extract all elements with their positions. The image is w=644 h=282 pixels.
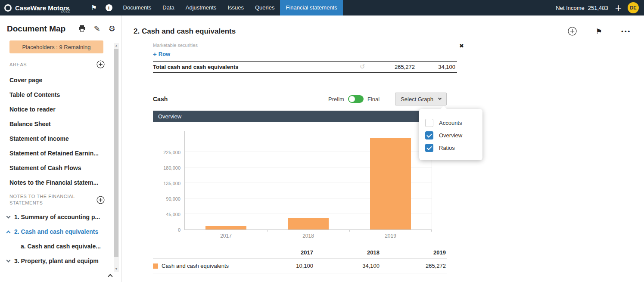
note-item-cash-equivalents[interactable]: 2. Cash and cash equivalents <box>0 224 121 239</box>
x-axis-labels: 2017 2018 2019 <box>185 233 432 239</box>
sidebar-item-notice-to-reader[interactable]: Notice to reader <box>0 102 121 117</box>
select-graph-button[interactable]: Select Graph <box>395 93 447 105</box>
collapse-sidebar-icon[interactable] <box>109 272 112 280</box>
more-options-icon[interactable]: ••• <box>621 27 631 36</box>
close-icon[interactable]: ✖ <box>459 43 464 49</box>
note-item-label: 3. Property, plant and equipm <box>14 257 99 264</box>
chart-panel-title: Overview <box>158 113 181 120</box>
placeholders-badge[interactable]: Placeholders : 9 Remaining <box>9 40 103 53</box>
areas-label: AREAS <box>9 62 27 67</box>
legend-swatch <box>153 263 158 269</box>
dropdown-option-ratios[interactable]: Ratios <box>419 142 482 154</box>
nav-issues[interactable]: Issues <box>222 0 249 15</box>
sidebar-title: Document Map <box>7 24 65 34</box>
sidebar-item-notes[interactable]: Notes to the Financial statem... <box>0 175 121 190</box>
dropdown-option-label: Overview <box>439 132 462 139</box>
brand[interactable]: CaseWare Motors 2022 <box>15 0 82 15</box>
y-axis-tick: 90,000 <box>155 196 180 201</box>
settings-gear-icon[interactable]: ⚙ <box>109 25 115 33</box>
summary-header-2018: 2018 <box>314 249 380 256</box>
summary-header-row: 2017 2018 2019 <box>153 247 447 259</box>
select-graph-dropdown: Accounts Overview Ratios <box>419 109 482 160</box>
select-graph-label: Select Graph <box>401 96 433 102</box>
sidebar-item-balance-sheet[interactable]: Balance Sheet <box>0 117 121 131</box>
total-value-2019: 265,272 <box>368 64 415 70</box>
overview-checkbox[interactable] <box>425 131 433 139</box>
nav-financial-statements[interactable]: Financial statements <box>280 0 342 15</box>
notes-section-header: NOTES TO THE FINANCIAL STATEMENTS <box>9 193 105 206</box>
x-axis-tick <box>185 229 185 232</box>
edit-icon[interactable]: ✎ <box>94 25 100 33</box>
ghost-row-label: Marketable securities <box>153 43 457 48</box>
scroll-down-icon[interactable]: ▼ <box>114 267 119 272</box>
dropdown-option-overview[interactable]: Overview <box>419 129 482 142</box>
scrollbar-thumb[interactable] <box>114 49 118 257</box>
print-icon[interactable] <box>78 25 86 33</box>
bar-2019 <box>370 138 411 229</box>
summary-value-2018: 34,100 <box>314 263 380 269</box>
chart-panel-header: Overview <box>153 111 447 122</box>
x-axis-tick <box>431 229 432 232</box>
info-icon[interactable]: i <box>106 4 112 11</box>
net-income-value: 251,483 <box>588 5 608 11</box>
nav-data[interactable]: Data <box>157 0 180 15</box>
y-axis-tick: 180,000 <box>155 165 180 170</box>
sidebar-item-cash-flows[interactable]: Statement of Cash Flows <box>0 161 121 175</box>
note-subitem-cash-equivalents[interactable]: a. Cash and cash equivale... <box>0 239 121 254</box>
nav-queries[interactable]: Queries <box>249 0 280 15</box>
top-bar: CaseWare Motors 2022 ⚑ i Documents Data … <box>0 0 644 15</box>
flag-note-icon[interactable]: ⚑ <box>596 27 602 36</box>
chart-summary-table: 2017 2018 2019 Cash and cash equivalents… <box>153 247 447 273</box>
summary-value-2017: 10,100 <box>248 263 314 269</box>
accounts-checkbox[interactable] <box>425 119 433 127</box>
add-content-icon[interactable] <box>568 27 577 36</box>
summary-value-2019: 265,272 <box>380 263 447 269</box>
bar-series <box>185 131 432 229</box>
notes-section-label: NOTES TO THE FINANCIAL STATEMENTS <box>9 193 81 206</box>
note-item-property-plant-equipment[interactable]: 3. Property, plant and equipm <box>0 254 121 268</box>
avatar[interactable]: DE <box>628 2 639 13</box>
nav-documents[interactable]: Documents <box>118 0 157 15</box>
nav-adjustments[interactable]: Adjustments <box>180 0 222 15</box>
x-axis-label-2019: 2019 <box>349 233 432 239</box>
cash-section-header: Cash Prelim Final Select Graph <box>153 93 447 105</box>
sidebar-item-retained-earnings[interactable]: Statement of Retained Earnin... <box>0 146 121 161</box>
sidebar-item-cover-page[interactable]: Cover page <box>0 73 121 87</box>
sidebar-scrollbar[interactable]: ▲ ▼ <box>114 43 119 272</box>
sidebar-item-table-of-contents[interactable]: Table of Contents <box>0 87 121 102</box>
total-value-2018: 34,100 <box>415 64 457 70</box>
add-row-plus-icon: + <box>153 50 157 58</box>
scroll-up-icon[interactable]: ▲ <box>114 43 119 48</box>
y-axis-tick: 0 <box>155 227 180 232</box>
main-nav: Documents Data Adjustments Issues Querie… <box>118 0 343 15</box>
x-axis-tick <box>267 229 268 232</box>
total-row-label: Total cash and cash equivalents <box>153 64 360 70</box>
topbar-right: Net Income 251,483 + DE <box>556 1 644 14</box>
engagement-year: 2022 <box>61 9 70 13</box>
add-area-icon[interactable] <box>96 60 105 68</box>
bar-cell-2017 <box>185 226 267 229</box>
summary-data-row: Cash and cash equivalents 10,100 34,100 … <box>153 259 447 273</box>
sidebar-header: Document Map ✎ ⚙ <box>0 15 121 34</box>
chevron-down-icon <box>438 96 442 100</box>
y-axis-tick: 225,000 <box>155 150 180 155</box>
dropdown-option-label: Ratios <box>439 145 455 151</box>
ratios-checkbox[interactable] <box>425 144 433 152</box>
note-item-summary-of-accounting[interactable]: 1. Summary of accounting p... <box>0 210 121 224</box>
cash-section-label: Cash <box>153 96 168 102</box>
caseware-logo[interactable] <box>4 4 12 12</box>
sidebar-item-statement-of-income[interactable]: Statement of Income <box>0 131 121 146</box>
dropdown-option-accounts[interactable]: Accounts <box>419 117 482 129</box>
history-icon[interactable]: ↺ <box>360 63 368 71</box>
x-axis-tick <box>349 229 350 232</box>
bar-chart-plot: 225,000 180,000 135,000 90,000 45,000 0 <box>184 131 432 230</box>
add-icon[interactable]: + <box>615 1 622 14</box>
add-note-icon[interactable] <box>96 196 105 204</box>
notes-list: 1. Summary of accounting p... 2. Cash an… <box>0 210 121 268</box>
dropdown-notch <box>441 106 447 112</box>
prelim-final-toggle[interactable] <box>348 95 364 103</box>
add-row-button[interactable]: + Row <box>153 50 183 58</box>
bar-2017 <box>205 226 246 229</box>
flag-icon[interactable]: ⚑ <box>91 0 96 15</box>
chart-body: 225,000 180,000 135,000 90,000 45,000 0 <box>153 122 447 242</box>
